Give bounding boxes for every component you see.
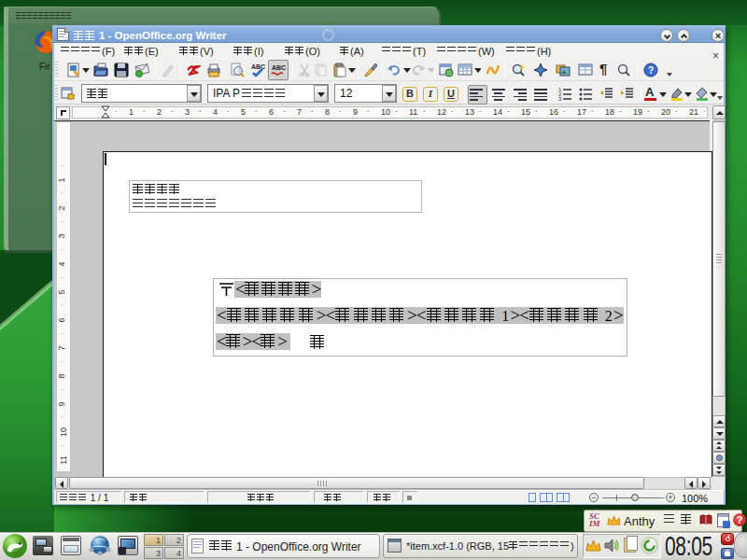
svg-text:ABC: ABC <box>272 64 286 71</box>
svg-text:ABC: ABC <box>251 63 265 70</box>
svg-text:?: ? <box>648 65 654 76</box>
svg-text:3: 3 <box>558 96 562 101</box>
